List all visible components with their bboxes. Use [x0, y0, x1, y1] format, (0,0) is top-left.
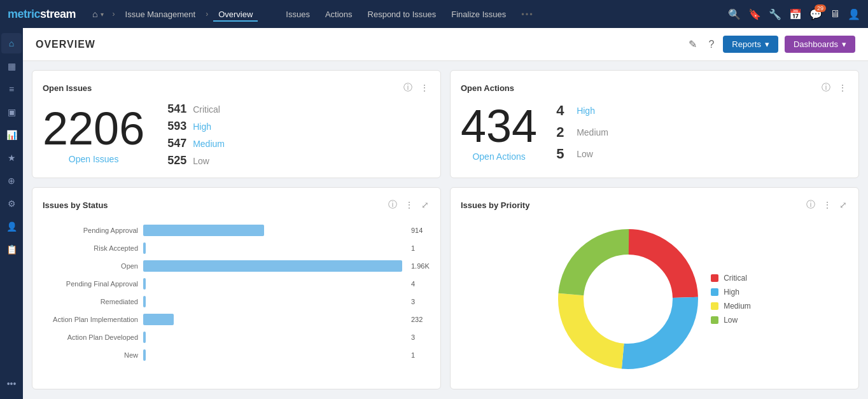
- bar-track: [143, 296, 402, 307]
- open-issues-card-header: Open Issues ⓘ ⋮: [43, 81, 430, 95]
- legend-critical: Critical: [711, 274, 751, 283]
- open-issues-metrics: 2206 Open Issues 541 Critical 593 High 5…: [43, 102, 430, 167]
- bar-row: Remediated3: [43, 296, 430, 307]
- sidebar-more-icon[interactable]: •••: [1, 374, 22, 394]
- sidebar-home-icon[interactable]: ⌂: [1, 33, 22, 53]
- bar-row: Open1.96K: [43, 260, 430, 272]
- breadcrumb-overview[interactable]: Overview: [213, 7, 258, 22]
- priority-legend: Critical High Medium Low: [711, 274, 751, 325]
- priority-menu-icon[interactable]: ⋮: [822, 199, 833, 211]
- calendar-icon[interactable]: 📅: [789, 8, 802, 20]
- severity-medium: 547 Medium: [164, 137, 225, 150]
- bar-row: Risk Accepted1: [43, 242, 430, 254]
- bar-fill: [143, 332, 146, 343]
- sidebar-grid-icon[interactable]: ▦: [1, 56, 22, 76]
- help-button[interactable]: ?: [706, 36, 717, 53]
- actions-high-label: High: [577, 106, 595, 116]
- low-label: Low: [193, 156, 209, 166]
- nav-respond[interactable]: Respond to Issues: [363, 7, 442, 22]
- open-issues-count: 2206: [43, 106, 144, 151]
- issues-by-priority-title: Issues by Priority: [461, 200, 805, 210]
- dashboards-button[interactable]: Dashboards: [785, 36, 855, 53]
- edit-button[interactable]: ✎: [686, 36, 699, 53]
- sidebar-monitor-icon[interactable]: ▣: [1, 102, 22, 122]
- issues-by-status-header: Issues by Status ⓘ ⋮ ⤢: [43, 198, 430, 212]
- bar-fill: [143, 314, 174, 325]
- open-actions-icons: ⓘ ⋮: [820, 81, 848, 95]
- bar-value: 1: [411, 351, 430, 359]
- reports-button[interactable]: Reports: [723, 36, 778, 53]
- legend-medium-label: Medium: [724, 302, 751, 311]
- bar-fill: [143, 349, 146, 361]
- sidebar-star-icon[interactable]: ★: [1, 148, 22, 168]
- priority-donut-chart: [558, 229, 698, 369]
- header-actions: ✎ ? Reports Dashboards: [686, 36, 855, 53]
- status-bar-chart: Pending Approval914Risk Accepted1Open1.9…: [43, 220, 430, 372]
- monitor-icon[interactable]: 🖥: [830, 8, 840, 20]
- bar-label: Open: [43, 262, 138, 270]
- status-menu-icon[interactable]: ⋮: [403, 199, 415, 211]
- sidebar-report-icon[interactable]: 📋: [1, 239, 22, 260]
- breadcrumb-issue-management[interactable]: Issue Management: [120, 7, 201, 22]
- actions-medium-label: Medium: [577, 127, 608, 137]
- bar-track: [143, 278, 402, 290]
- nav-finalize[interactable]: Finalize Issues: [446, 7, 511, 22]
- medium-count: 547: [164, 137, 186, 150]
- nav-right-icons: 🔍 🔖 🔧 📅 💬 29 🖥 👤: [728, 8, 860, 20]
- issues-by-priority-icons: ⓘ ⋮ ⤢: [805, 198, 848, 212]
- legend-high-label: High: [724, 288, 739, 297]
- sidebar-chart-icon[interactable]: 📊: [1, 125, 22, 145]
- priority-expand-icon[interactable]: ⤢: [838, 199, 848, 211]
- severity-critical: 541 Critical: [164, 102, 225, 116]
- severity-high: 593 High: [164, 120, 225, 133]
- bar-row: Pending Approval914: [43, 225, 430, 236]
- open-issues-icons: ⓘ ⋮: [402, 81, 430, 95]
- sidebar-globe-icon[interactable]: ⊕: [1, 171, 22, 191]
- actions-low-count: 5: [556, 146, 569, 162]
- search-icon[interactable]: 🔍: [728, 8, 741, 20]
- actions-high: 4 High: [556, 102, 608, 119]
- open-issues-help-icon[interactable]: ⓘ: [402, 81, 414, 95]
- legend-low-dot: [711, 316, 718, 324]
- priority-donut-container: Critical High Medium Low: [461, 220, 848, 379]
- issues-by-status-title: Issues by Status: [43, 200, 387, 210]
- legend-critical-label: Critical: [724, 274, 747, 283]
- sidebar-user-icon[interactable]: 👤: [1, 216, 22, 237]
- open-actions-count: 434: [461, 103, 537, 149]
- messages-icon[interactable]: 💬 29: [809, 8, 822, 20]
- open-actions-metrics: 434 Open Actions 4 High 2 Medium 5 Low: [461, 102, 848, 162]
- open-issues-menu-icon[interactable]: ⋮: [419, 81, 430, 94]
- actions-high-count: 4: [556, 102, 569, 119]
- open-actions-help-icon[interactable]: ⓘ: [820, 81, 832, 95]
- dashboard: Open Issues ⓘ ⋮ 2206 Open Issues 541 Cri…: [23, 61, 868, 398]
- legend-medium: Medium: [711, 302, 751, 311]
- bar-row: Action Plan Developed3: [43, 332, 430, 343]
- nav-more[interactable]: •••: [516, 7, 539, 22]
- bar-track: [143, 314, 402, 325]
- issues-by-status-icons: ⓘ ⋮ ⤢: [387, 198, 430, 212]
- bookmark-icon[interactable]: 🔖: [748, 8, 761, 20]
- status-help-icon[interactable]: ⓘ: [387, 198, 398, 212]
- bar-value: 3: [411, 298, 430, 305]
- priority-help-icon[interactable]: ⓘ: [805, 198, 816, 212]
- open-issues-title: Open Issues: [43, 83, 402, 93]
- bar-label: New: [43, 351, 138, 359]
- legend-critical-dot: [711, 274, 718, 282]
- bar-fill: [143, 296, 146, 307]
- profile-icon[interactable]: 👤: [848, 8, 860, 20]
- sidebar-settings-icon[interactable]: ⚙: [1, 193, 22, 214]
- tools-icon[interactable]: 🔧: [769, 8, 781, 20]
- home-nav-btn[interactable]: ⌂ ▾: [88, 6, 107, 22]
- status-expand-icon[interactable]: ⤢: [420, 199, 430, 211]
- open-issues-card: Open Issues ⓘ ⋮ 2206 Open Issues 541 Cri…: [32, 70, 441, 178]
- bar-track: [143, 332, 402, 343]
- nav-issues[interactable]: Issues: [281, 7, 315, 22]
- sidebar-list-icon[interactable]: ≡: [1, 79, 22, 99]
- bar-track: [143, 225, 402, 236]
- open-actions-title: Open Actions: [461, 83, 820, 93]
- bar-label: Risk Accepted: [43, 244, 138, 252]
- open-actions-menu-icon[interactable]: ⋮: [837, 81, 848, 94]
- nav-actions[interactable]: Actions: [320, 7, 358, 22]
- critical-label: Critical: [193, 104, 220, 115]
- severity-low: 525 Low: [164, 154, 225, 167]
